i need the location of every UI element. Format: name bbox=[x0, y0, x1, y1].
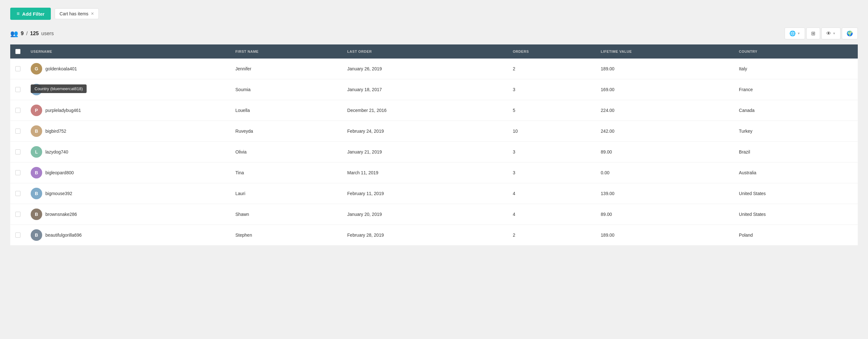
header-orders: ORDERS bbox=[508, 45, 596, 59]
row-checkbox-cell bbox=[10, 100, 26, 121]
last-order-cell: January 20, 2019 bbox=[342, 204, 508, 225]
username-cell: Bbigleopard800 bbox=[26, 163, 230, 183]
last-order-cell: January 18, 2017 bbox=[342, 79, 508, 100]
last-order-cell: March 11, 2019 bbox=[342, 163, 508, 183]
orders-cell: 3 bbox=[508, 163, 596, 183]
count-separator: / bbox=[26, 31, 28, 36]
action-buttons: 🌐 ▼ ⊞ 👁 ▼ 🌍 bbox=[784, 28, 858, 39]
header-first-name: FIRST NAME bbox=[230, 45, 342, 59]
lifetime-value-cell: 169.00 bbox=[596, 79, 734, 100]
country-cell: United States bbox=[734, 204, 858, 225]
table-row[interactable]: Bbluemeercat818Country (bluemeercat818)S… bbox=[10, 79, 858, 100]
table-row[interactable]: Bbigbird752RuveydaFebruary 24, 201910242… bbox=[10, 121, 858, 142]
row-checkbox[interactable] bbox=[16, 108, 21, 113]
filter-tag: Cart has items × bbox=[55, 8, 99, 19]
country-cell: Australia bbox=[734, 163, 858, 183]
lifetime-value-cell: 224.00 bbox=[596, 100, 734, 121]
add-filter-button[interactable]: ≡ Add Filter bbox=[10, 8, 51, 20]
header-username: USERNAME bbox=[26, 45, 230, 59]
country-cell: Italy bbox=[734, 59, 858, 79]
row-checkbox-cell bbox=[10, 142, 26, 163]
last-order-cell: December 21, 2016 bbox=[342, 100, 508, 121]
row-checkbox-cell bbox=[10, 204, 26, 225]
page-wrapper: ≡ Add Filter Cart has items × 👥 9 / 125 … bbox=[0, 0, 868, 339]
orders-cell: 2 bbox=[508, 59, 596, 79]
avatar: B bbox=[31, 229, 42, 241]
toolbar: ≡ Add Filter Cart has items × bbox=[10, 8, 858, 20]
row-checkbox[interactable] bbox=[16, 212, 21, 217]
grid-button[interactable]: ⊞ bbox=[806, 28, 820, 39]
first-name-cell: Shawn bbox=[230, 204, 342, 225]
eye-icon: 👁 bbox=[826, 31, 831, 36]
country-cell: Turkey bbox=[734, 121, 858, 142]
avatar: B bbox=[31, 125, 42, 137]
lifetime-value-cell: 189.00 bbox=[596, 225, 734, 246]
chevron-down-icon-2: ▼ bbox=[833, 32, 836, 35]
row-checkbox[interactable] bbox=[16, 170, 21, 175]
orders-cell: 10 bbox=[508, 121, 596, 142]
first-name-cell: Stephen bbox=[230, 225, 342, 246]
grid-icon: ⊞ bbox=[811, 30, 815, 36]
username-text: bluemeercat818 bbox=[45, 87, 78, 92]
row-checkbox-cell bbox=[10, 121, 26, 142]
select-all-checkbox[interactable] bbox=[16, 49, 21, 54]
username-text: bigleopard800 bbox=[45, 170, 74, 175]
username-text: lazydog740 bbox=[45, 149, 68, 154]
country-cell: Brazil bbox=[734, 142, 858, 163]
globe-button[interactable]: 🌐 ▼ bbox=[784, 28, 805, 39]
users-icon: 👥 bbox=[10, 30, 18, 37]
username-text: beautifulgorilla696 bbox=[45, 232, 82, 237]
world-button[interactable]: 🌍 bbox=[842, 28, 858, 39]
username-cell: Ppurpleladybug461 bbox=[26, 100, 230, 121]
lifetime-value-cell: 139.00 bbox=[596, 183, 734, 204]
lifetime-value-cell: 89.00 bbox=[596, 204, 734, 225]
row-checkbox[interactable] bbox=[16, 87, 21, 92]
username-text: bigbird752 bbox=[45, 129, 66, 134]
row-checkbox-cell bbox=[10, 225, 26, 246]
first-name-cell: Lauri bbox=[230, 183, 342, 204]
table-row[interactable]: Llazydog740OliviaJanuary 21, 2019389.00B… bbox=[10, 142, 858, 163]
country-cell: Canada bbox=[734, 100, 858, 121]
row-checkbox[interactable] bbox=[16, 129, 21, 134]
lifetime-value-cell: 189.00 bbox=[596, 59, 734, 79]
filter-tag-label: Cart has items bbox=[59, 11, 88, 16]
country-cell: Poland bbox=[734, 225, 858, 246]
header-last-order: LAST ORDER bbox=[342, 45, 508, 59]
users-label: users bbox=[41, 31, 54, 36]
avatar: B bbox=[31, 167, 42, 178]
table-row[interactable]: Bbigleopard800TinaMarch 11, 201930.00Aus… bbox=[10, 163, 858, 183]
orders-cell: 5 bbox=[508, 100, 596, 121]
country-cell: United States bbox=[734, 183, 858, 204]
last-order-cell: February 11, 2019 bbox=[342, 183, 508, 204]
avatar: B bbox=[31, 188, 42, 199]
orders-cell: 4 bbox=[508, 183, 596, 204]
first-name-cell: Olivia bbox=[230, 142, 342, 163]
table-row[interactable]: Bbrownsnake286ShawnJanuary 20, 2019489.0… bbox=[10, 204, 858, 225]
table-row[interactable]: Ggoldenkoala401JenniferJanuary 26, 20192… bbox=[10, 59, 858, 79]
first-name-cell: Louella bbox=[230, 100, 342, 121]
last-order-cell: January 21, 2019 bbox=[342, 142, 508, 163]
filter-icon: ≡ bbox=[17, 11, 20, 17]
username-cell: Llazydog740 bbox=[26, 142, 230, 163]
avatar: P bbox=[31, 105, 42, 116]
row-checkbox[interactable] bbox=[16, 232, 21, 237]
table-header: USERNAME FIRST NAME LAST ORDER ORDERS LI… bbox=[10, 45, 858, 59]
username-text: goldenkoala401 bbox=[45, 66, 77, 71]
orders-cell: 2 bbox=[508, 225, 596, 246]
table-row[interactable]: Bbigmouse392LauriFebruary 11, 20194139.0… bbox=[10, 183, 858, 204]
orders-cell: 3 bbox=[508, 79, 596, 100]
row-checkbox[interactable] bbox=[16, 66, 21, 71]
lifetime-value-cell: 242.00 bbox=[596, 121, 734, 142]
eye-button[interactable]: 👁 ▼ bbox=[822, 28, 840, 39]
row-checkbox[interactable] bbox=[16, 191, 21, 196]
avatar: G bbox=[31, 63, 42, 75]
username-text: brownsnake286 bbox=[45, 212, 77, 217]
last-order-cell: February 24, 2019 bbox=[342, 121, 508, 142]
count-current: 9 bbox=[21, 31, 24, 36]
first-name-cell: Ruveyda bbox=[230, 121, 342, 142]
row-checkbox[interactable] bbox=[16, 149, 21, 154]
users-table: USERNAME FIRST NAME LAST ORDER ORDERS LI… bbox=[10, 45, 858, 246]
table-row[interactable]: Ppurpleladybug461LouellaDecember 21, 201… bbox=[10, 100, 858, 121]
table-row[interactable]: Bbeautifulgorilla696StephenFebruary 28, … bbox=[10, 225, 858, 246]
close-icon[interactable]: × bbox=[91, 11, 94, 16]
